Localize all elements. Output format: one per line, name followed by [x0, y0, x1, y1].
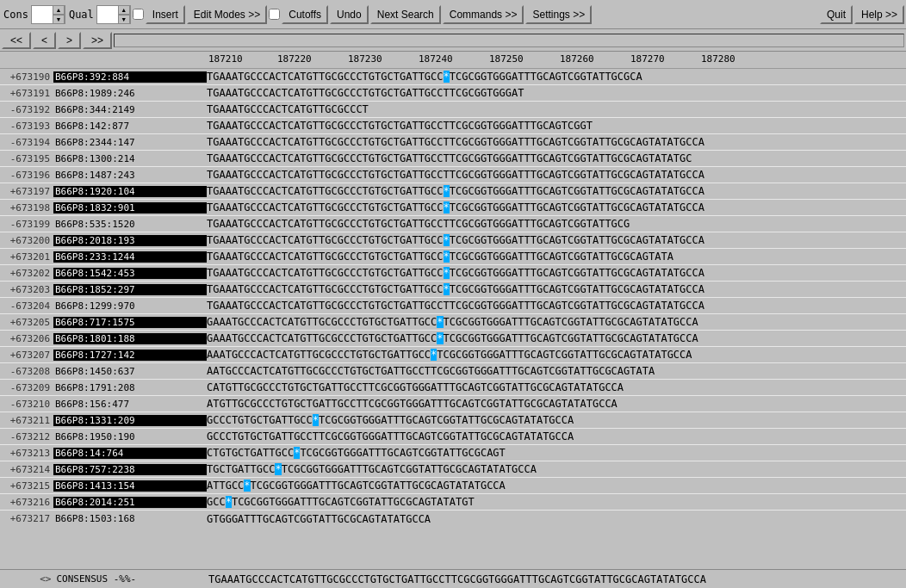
seq-row-id: +673198 [0, 202, 53, 214]
table-row[interactable]: -673204B66P8:1299:970TGAAATGCCCACTCATGTT… [0, 298, 906, 314]
seq-row-id: +673214 [0, 464, 53, 475]
seq-row-name: B66P8:392:884 [53, 71, 207, 83]
next-search-button[interactable]: Next Search [370, 5, 441, 24]
horizontal-scrollbar[interactable] [114, 34, 904, 47]
table-row[interactable]: -673192B66P8:344:2149TGAAATGCCCACTCATGTT… [0, 102, 906, 118]
seq-row-name: B66P8:717:1575 [53, 317, 207, 328]
seq-row-id: -673209 [0, 382, 53, 393]
seq-row-id: +673202 [0, 268, 53, 279]
qual-input[interactable]: 0 [97, 6, 118, 23]
table-row[interactable]: -673194B66P8:2344:147TGAAATGCCCACTCATGTT… [0, 134, 906, 151]
seq-row-bases: TGAAATGCCCACTCATGTTGCGCCCT [207, 103, 906, 115]
insert-button[interactable]: Insert [146, 5, 185, 24]
edit-modes-button[interactable]: Edit Modes >> [187, 5, 267, 24]
table-row[interactable]: +673197B66P8:1920:104TGAAATGCCCACTCATGTT… [0, 183, 906, 200]
seq-row-id: +673191 [0, 88, 53, 99]
highlighted-base: * [437, 332, 443, 344]
cons-down[interactable]: ▼ [53, 15, 65, 24]
table-row[interactable]: +673215B66P8:1413:154 ATTGCC*TCGCGGTGGGA… [0, 478, 906, 494]
table-row[interactable]: +673213B66P8:14:764 CTGTGCTGATTGCC*TCGCG… [0, 445, 906, 461]
settings-button[interactable]: Settings >> [525, 5, 592, 24]
table-row[interactable]: -673208B66P8:1450:637AATGCCCACTCATGTTGCG… [0, 363, 906, 380]
highlighted-base: * [444, 283, 450, 295]
insert-checkbox[interactable] [133, 9, 144, 20]
table-row[interactable]: -673212B66P8:1950:190 GCCCTGTGCTGATTGCCT… [0, 429, 906, 445]
seq-row-bases: TGAAATGCCCACTCATGTTGCGCCCTGTGCTGATTGCCTT… [207, 136, 906, 148]
cutoffs-button[interactable]: Cutoffs [282, 5, 328, 24]
ruler-tick: 187250 [489, 53, 524, 65]
qual-up[interactable]: ▲ [118, 5, 130, 15]
table-row[interactable]: +673205B66P8:717:1575GAAATGCCCACTCATGTTG… [0, 314, 906, 331]
table-row[interactable]: +673203B66P8:1852:297TGAAATGCCCACTCATGTT… [0, 282, 906, 298]
quit-button[interactable]: Quit [820, 5, 853, 24]
highlighted-base: * [275, 463, 281, 475]
commands-button[interactable]: Commands >> [443, 5, 524, 24]
table-row[interactable]: +673216B66P8:2014:251 GCC*TCGCGGTGGGATTT… [0, 494, 906, 511]
seq-row-bases: TGAAATGCCCACTCATGTTGCGCCCTGTGCTGATTGCCTT… [207, 120, 906, 132]
highlighted-base: * [444, 201, 450, 214]
seq-row-bases: TGAAATGCCCACTCATGTTGCGCCCTGTGCTGATTGCCTT… [207, 152, 906, 164]
table-row[interactable]: +673214B66P8:757:2238 TGCTGATTGCC*TCGCGG… [0, 461, 906, 478]
cons-spinner[interactable]: 2 ▲ ▼ [31, 5, 65, 24]
ruler-tick: 187230 [348, 53, 382, 65]
nav-next[interactable]: > [58, 32, 81, 49]
table-row[interactable]: -673196B66P8:1487:243TGAAATGCCCACTCATGTT… [0, 167, 906, 183]
toolbar: Cons 2 ▲ ▼ Qual 0 ▲ ▼ Insert Edit Modes … [0, 0, 906, 29]
highlighted-base: * [431, 349, 437, 361]
seq-row-bases: TGAAATGCCCACTCATGTTGCGCCCTGTGCTGATTGCC*T… [207, 185, 906, 197]
seq-row-id: -673208 [0, 366, 53, 377]
main-area: +673190B66P8:392:884TGAAATGCCCACTCATGTTG… [0, 69, 906, 569]
table-row[interactable]: +673191B66P8:1989:246TGAAATGCCCACTCATGTT… [0, 85, 906, 102]
nav-prev[interactable]: < [33, 32, 56, 49]
seq-row-id: +673217 [0, 513, 53, 524]
seq-row-name: B66P8:1801:188 [53, 333, 207, 344]
table-row[interactable]: +673190B66P8:392:884TGAAATGCCCACTCATGTTG… [0, 69, 906, 85]
sequence-scroll[interactable]: +673190B66P8:392:884TGAAATGCCCACTCATGTTG… [0, 69, 906, 569]
seq-row-id: +673216 [0, 497, 53, 508]
seq-row-name: B66P8:233:1244 [53, 251, 207, 263]
seq-row-name: B66P8:2018:193 [53, 235, 207, 246]
cons-label-area: <> CONSENSUS -%%- [0, 573, 208, 585]
seq-row-id: +673201 [0, 251, 53, 263]
ruler-scale: 1872101872201872301872401872501872601872… [208, 52, 906, 69]
table-row[interactable]: +673202B66P8:1542:453TGAAATGCCCACTCATGTT… [0, 265, 906, 282]
seq-row-id: +673203 [0, 284, 53, 295]
cons-input[interactable]: 2 [32, 6, 53, 23]
nav-last[interactable]: >> [83, 32, 112, 49]
nav-row: << < > >> [0, 29, 906, 52]
table-row[interactable]: +673200B66P8:2018:193TGAAATGCCCACTCATGTT… [0, 232, 906, 249]
table-row[interactable]: +673206B66P8:1801:188GAAATGCCCACTCATGTTG… [0, 331, 906, 347]
cons-up[interactable]: ▲ [53, 5, 65, 15]
cons-row-id: <> [2, 573, 55, 585]
seq-row-bases: GCC*TCGCGGTGGGATTTGCAGTCGGTATTGCGCAGTATA… [207, 496, 906, 508]
table-row[interactable]: +673217B66P8:1503:168 GTGGGATTTGCAGTCGGT… [0, 511, 906, 527]
qual-down[interactable]: ▼ [118, 15, 130, 24]
seq-row-name: B66P8:1487:243 [53, 170, 207, 181]
undo-button[interactable]: Undo [330, 5, 369, 24]
seq-row-name: B66P8:1331:209 [53, 415, 207, 426]
table-row[interactable]: +673211B66P8:1331:209 GCCCTGTGCTGATTGCC*… [0, 412, 906, 429]
seq-row-id: +673190 [0, 71, 53, 83]
ruler: 1872101872201872301872401872501872601872… [0, 52, 906, 69]
table-row[interactable]: +673207B66P8:1727:142AAATGCCCACTCATGTTGC… [0, 347, 906, 363]
qual-spinner[interactable]: 0 ▲ ▼ [96, 5, 131, 24]
table-row[interactable]: +673198B66P8:1832:901TGAAATGCCCACTCATGTT… [0, 200, 906, 216]
seq-row-id: +673207 [0, 350, 53, 361]
seq-row-name: B66P8:344:2149 [53, 104, 207, 115]
table-row[interactable]: -673199B66P8:535:1520TGAAATGCCCACTCATGTT… [0, 216, 906, 232]
table-row[interactable]: -673195B66P8:1300:214TGAAATGCCCACTCATGTT… [0, 151, 906, 167]
cons-group: Cons 2 ▲ ▼ [2, 5, 65, 24]
cutoffs-checkbox[interactable] [269, 9, 280, 20]
table-row[interactable]: -673210B66P8:156:477 ATGTTGCGCCCTGTGCTGA… [0, 396, 906, 412]
qual-group: Qual 0 ▲ ▼ [67, 5, 131, 24]
seq-row-bases: TGAAATGCCCACTCATGTTGCGCCCTGTGCTGATTGCC*T… [207, 71, 906, 83]
nav-first[interactable]: << [2, 32, 31, 49]
table-row[interactable]: -673193B66P8:142:877TGAAATGCCCACTCATGTTG… [0, 118, 906, 134]
seq-row-name: B66P8:1832:901 [53, 202, 207, 214]
highlighted-base: * [244, 480, 250, 492]
table-row[interactable]: -673209B66P8:1791:208CATGTTGCGCCCTGTGCTG… [0, 380, 906, 396]
help-button[interactable]: Help >> [854, 5, 904, 24]
seq-row-name: B66P8:1413:154 [53, 480, 207, 492]
seq-row-bases: TGAAATGCCCACTCATGTTGCGCCCTGTGCTGATTGCC*T… [207, 234, 906, 246]
table-row[interactable]: +673201B66P8:233:1244TGAAATGCCCACTCATGTT… [0, 249, 906, 265]
